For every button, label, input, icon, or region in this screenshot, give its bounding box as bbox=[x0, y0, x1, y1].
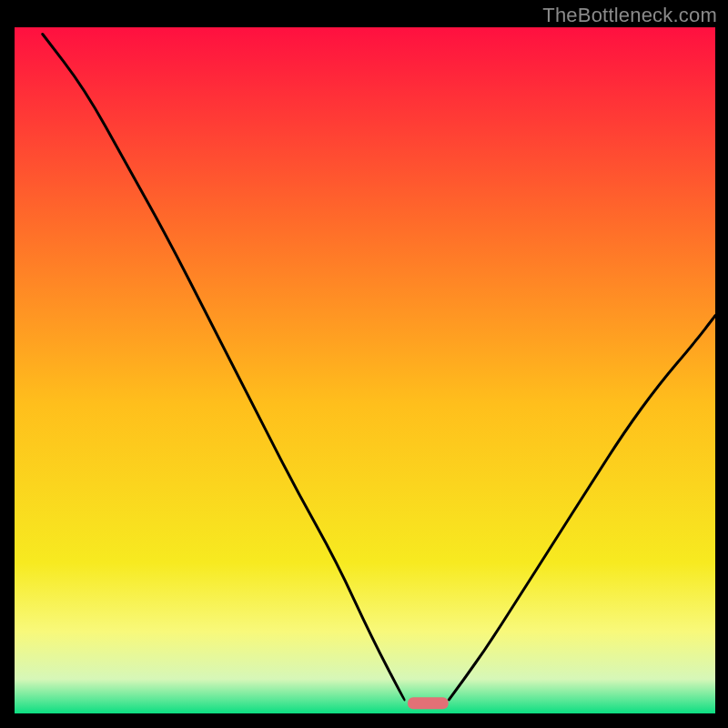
chart-frame: TheBottleneck.com bbox=[0, 0, 728, 728]
